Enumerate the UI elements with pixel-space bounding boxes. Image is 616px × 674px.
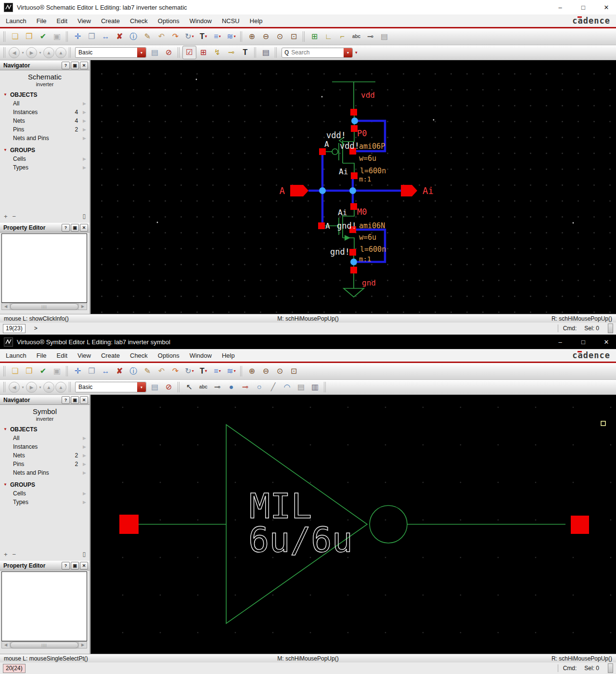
create-wire-icon[interactable]: ∟ — [321, 30, 335, 43]
expand-icon[interactable]: ▶ — [83, 127, 86, 132]
pmos-w-label[interactable]: w=6u — [359, 154, 376, 163]
command-input[interactable] — [29, 664, 554, 673]
undo-icon[interactable]: ↶ — [154, 364, 168, 378]
move-icon[interactable]: ✛ — [71, 30, 85, 43]
symbol-titlebar[interactable]: Virtuoso® Symbol Editor L Editing: lab7 … — [0, 335, 616, 349]
menu-file[interactable]: File — [37, 17, 47, 25]
top-hierarchy-icon[interactable]: ▲ — [55, 47, 66, 58]
menu-window[interactable]: Window — [190, 17, 212, 25]
command-input[interactable]: > — [29, 324, 554, 333]
workspace-delete-icon[interactable]: ⊘ — [162, 46, 176, 59]
tree-item-instances[interactable]: Instances 4 ▶ — [0, 108, 90, 117]
navigator-header[interactable]: Navigator ? ▣ ✕ — [0, 60, 90, 70]
zoom-in-icon[interactable]: ⊕ — [245, 364, 259, 378]
scrollbar-thumb[interactable]: |||| — [10, 303, 78, 310]
objects-section[interactable]: ▼ OBJECTS — [0, 425, 90, 434]
partial-select-icon[interactable]: ⊞ — [196, 46, 210, 59]
close-button[interactable]: ✕ — [597, 0, 616, 14]
tree-item-types[interactable]: Types ▶ — [0, 163, 90, 172]
gnd-symbol[interactable] — [344, 273, 364, 297]
toolbar-grip[interactable] — [275, 47, 278, 58]
close-icon[interactable]: ✕ — [80, 396, 88, 404]
toolbar-grip[interactable] — [240, 31, 243, 42]
selected-pin-icon[interactable]: ⊸ — [238, 380, 252, 394]
history-counter[interactable]: 20(24) — [3, 664, 26, 673]
toolbar-grip[interactable] — [3, 366, 6, 376]
groups-section[interactable]: ▼ GROUPS — [0, 145, 90, 155]
move-icon[interactable]: ✛ — [71, 364, 85, 378]
toolbar-grip[interactable] — [66, 31, 69, 42]
toolbar-grip[interactable] — [66, 366, 69, 376]
save-check-icon[interactable]: ✔ — [36, 364, 50, 378]
schematic-canvas[interactable]: vdd P0 vdd! A vdd! ami06P w=6u Ai l=600n… — [90, 60, 616, 314]
search-go-button[interactable]: ▾ — [344, 48, 352, 57]
scrollbar-thumb[interactable]: |||| — [10, 642, 78, 648]
redo-icon[interactable]: ↷ — [168, 30, 182, 43]
save-icon[interactable]: ▣ — [50, 30, 64, 43]
output-pin-square[interactable] — [571, 516, 589, 534]
minimize-button[interactable]: – — [551, 0, 570, 14]
search-input[interactable] — [290, 49, 342, 56]
float-icon[interactable]: ▣ — [71, 562, 79, 570]
top-hierarchy-icon[interactable]: ▲ — [55, 382, 66, 393]
menu-check[interactable]: Check — [130, 352, 148, 359]
help-icon[interactable]: ? — [62, 562, 70, 570]
workspace-save-icon[interactable]: ▤ — [148, 46, 162, 59]
float-icon[interactable]: ▣ — [71, 224, 79, 232]
full-select-icon[interactable]: ☑ — [182, 46, 196, 59]
scroll-right-icon[interactable]: ▶ — [79, 303, 87, 310]
menu-launch[interactable]: Launch — [6, 17, 26, 25]
forward-icon[interactable]: ▶ — [26, 382, 37, 393]
toolbar-grip[interactable] — [3, 47, 6, 58]
chevron-down-icon[interactable]: ▾ — [137, 48, 146, 57]
search-box[interactable]: Q ▾ — [282, 48, 353, 58]
tree-item-nets[interactable]: Nets 2 ▶ — [0, 451, 90, 460]
menu-window[interactable]: Window — [190, 352, 212, 359]
zoom-out-icon[interactable]: ⊖ — [259, 30, 273, 43]
menu-check[interactable]: Check — [130, 17, 148, 25]
expand-icon[interactable]: ▶ — [83, 118, 86, 123]
symbol-canvas[interactable]: MIL 6u/6u — [90, 395, 616, 654]
info-icon[interactable]: ⓘ — [127, 364, 141, 378]
menu-create[interactable]: Create — [101, 352, 120, 359]
groups-section[interactable]: ▼ GROUPS — [0, 480, 90, 489]
up-hierarchy-icon[interactable]: ▲ — [43, 47, 54, 58]
history-counter[interactable]: 19(23) — [3, 324, 26, 333]
delete-icon[interactable]: ✘ — [113, 30, 127, 43]
zoom-fit-icon[interactable]: ⊡ — [287, 30, 301, 43]
pmos-bulk-net-label[interactable]: vdd! — [340, 141, 359, 151]
property-editor-body[interactable] — [1, 233, 87, 303]
expand-icon[interactable]: ▶ — [83, 470, 86, 475]
workspace-combo[interactable]: Basic ▾ — [75, 382, 146, 392]
distribute-icon[interactable]: ≋ — [224, 364, 238, 378]
redo-icon[interactable]: ↷ — [168, 364, 182, 378]
circle-icon[interactable]: ○ — [252, 380, 266, 394]
zoom-out-icon[interactable]: ⊖ — [259, 364, 273, 378]
mini-scrollbar[interactable] — [608, 324, 613, 333]
section-collapse-icon[interactable]: ▼ — [3, 148, 7, 152]
add-filter-icon[interactable]: + — [4, 551, 8, 558]
forward-menu-icon[interactable]: ▾ — [38, 48, 43, 58]
output-pin-label[interactable]: Ai — [423, 185, 434, 196]
tree-item-types[interactable]: Types ▶ — [0, 498, 90, 506]
toolbar-grip[interactable] — [69, 47, 72, 58]
nmos-drain-net-label[interactable]: Ai — [338, 208, 347, 217]
menu-options[interactable]: Options — [158, 17, 180, 25]
close-button[interactable]: ✕ — [597, 335, 616, 349]
toolbar-grip[interactable] — [240, 366, 243, 376]
nmos-bulk-net-label[interactable]: gnd! — [337, 221, 357, 231]
pmos-gate-net-label[interactable]: A — [324, 140, 329, 149]
workspace-delete-icon[interactable]: ⊘ — [162, 380, 176, 394]
undo-icon[interactable]: ↶ — [154, 30, 168, 43]
expand-icon[interactable]: ▶ — [83, 165, 86, 170]
doc-icon[interactable]: ▥ — [308, 380, 322, 394]
menu-create[interactable]: Create — [101, 17, 120, 25]
close-icon[interactable]: ✕ — [80, 224, 88, 232]
close-icon[interactable]: ✕ — [80, 562, 88, 570]
pane-icon[interactable]: ▯ — [82, 213, 86, 220]
pmos-model-label[interactable]: ami06P — [359, 142, 385, 151]
tree-item-pins[interactable]: Pins 2 ▶ — [0, 460, 90, 468]
input-pin-label[interactable]: A — [280, 185, 285, 196]
scroll-left-icon[interactable]: ◀ — [2, 642, 10, 648]
open-icon[interactable]: ❒ — [22, 364, 36, 378]
